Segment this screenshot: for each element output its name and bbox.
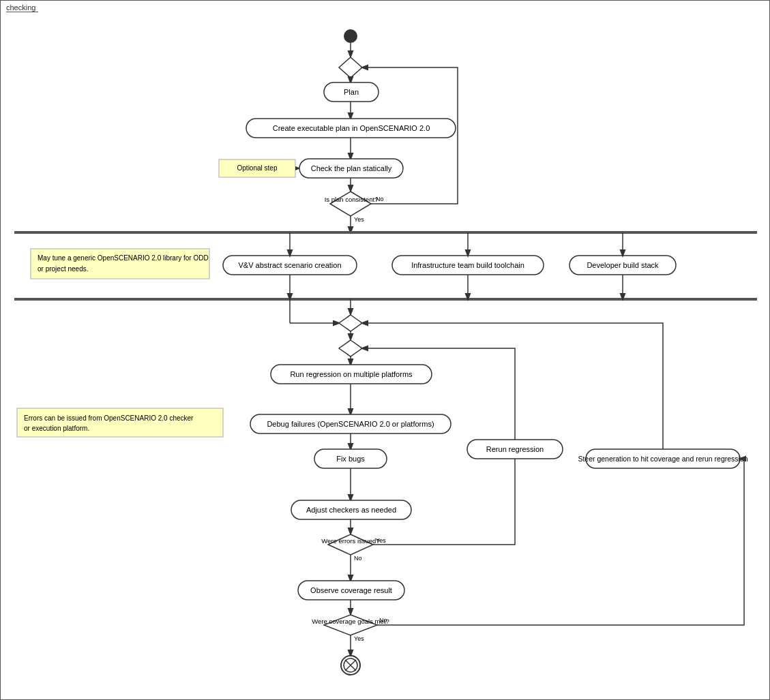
diamond6-label: Were coverage goals met? xyxy=(312,618,389,625)
diamond2-label: Is plan consistent? xyxy=(325,196,379,203)
adjust-label: Adjust checkers as needed xyxy=(306,506,396,514)
note1-line1: May tune a generic OpenSCENARIO 2.0 libr… xyxy=(38,254,209,262)
yes2-label: Yes xyxy=(376,537,386,544)
yes3-label: Yes xyxy=(354,635,364,642)
diamond3 xyxy=(339,315,362,331)
plan-label: Plan xyxy=(344,88,359,96)
start-circle xyxy=(344,29,357,43)
note1 xyxy=(31,249,209,279)
note2-line2: or execution platform. xyxy=(24,425,89,432)
note2 xyxy=(17,408,223,437)
infra-label: Infrastructure team build toolchain xyxy=(411,261,524,269)
vv-label: V&V abstract scenario creation xyxy=(238,261,341,269)
diamond1 xyxy=(339,57,362,78)
diamond4 xyxy=(339,340,362,356)
no3-path xyxy=(377,459,744,625)
yes2-path xyxy=(373,449,515,545)
optional-label: Optional step xyxy=(237,164,278,172)
note1-line2: or project needs. xyxy=(38,265,89,273)
diamond5-label: Were errors issued? xyxy=(321,537,379,545)
diagram-container: checking Plan Create executable plan in … xyxy=(0,0,770,700)
note2-line1: Errors can be issued from OpenSCENARIO 2… xyxy=(24,414,194,422)
no2-label: No xyxy=(354,555,362,562)
fixbugs-label: Fix bugs xyxy=(336,455,365,463)
dev-label: Developer build stack xyxy=(587,261,659,269)
no1-label: No xyxy=(376,196,384,202)
check-label: Check the plan statically xyxy=(311,164,392,172)
regression-label: Run regression on multiple platforms xyxy=(290,370,413,378)
debug-label: Debug failures (OpenSCENARIO 2.0 or plat… xyxy=(267,420,434,428)
observe-label: Observe coverage result xyxy=(310,586,392,594)
rerun-label: Rerun regression xyxy=(486,445,544,453)
create-label: Create executable plan in OpenSCENARIO 2… xyxy=(273,124,430,132)
steer-label: Steer generation to hit coverage and rer… xyxy=(578,455,747,463)
yes1-label: Yes xyxy=(354,216,364,223)
no3-label: No xyxy=(379,617,387,624)
